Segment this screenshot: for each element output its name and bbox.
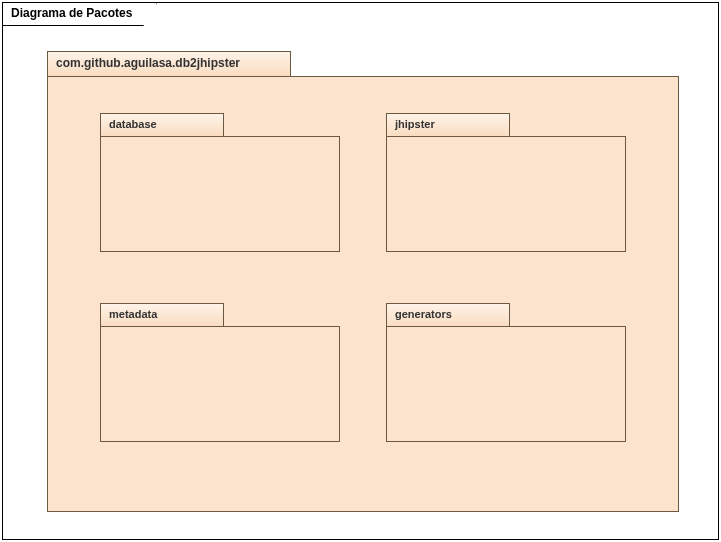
root-package: com.github.aguilasa.db2jhipster database… — [47, 51, 679, 513]
root-package-label: com.github.aguilasa.db2jhipster — [47, 51, 291, 77]
package-label: metadata — [100, 303, 224, 327]
package-generators: generators — [386, 303, 626, 442]
package-label: database — [100, 113, 224, 137]
root-package-body: database jhipster metadata generators — [47, 76, 679, 512]
package-jhipster: jhipster — [386, 113, 626, 252]
package-label: jhipster — [386, 113, 510, 137]
package-body — [100, 136, 340, 252]
package-metadata: metadata — [100, 303, 340, 442]
package-database: database — [100, 113, 340, 252]
package-body — [100, 326, 340, 442]
package-body — [386, 326, 626, 442]
package-label: generators — [386, 303, 510, 327]
diagram-title: Diagrama de Pacotes — [2, 2, 157, 26]
diagram-frame: Diagrama de Pacotes com.github.aguilasa.… — [2, 2, 719, 540]
package-body — [386, 136, 626, 252]
